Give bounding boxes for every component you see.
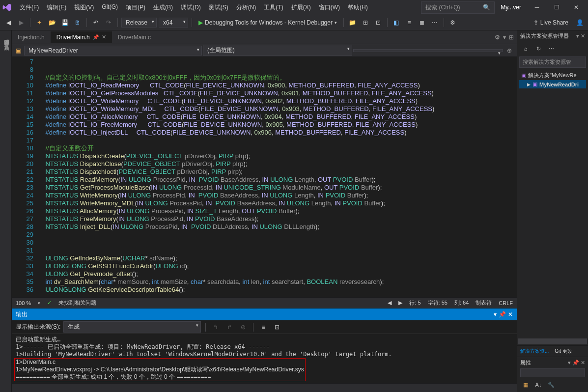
main-toolbar: ◀ ▶ ✦ 📂 💾 🗎 ↶ ↷ Release x64 ▶ Debugging … [0, 15, 588, 30]
output-pin-icon[interactable]: 📌 [499, 311, 506, 318]
tb-icon-2[interactable]: ⊞ [360, 17, 371, 28]
output-wrap-icon[interactable]: ≡ [258, 322, 269, 333]
props-pin-icon[interactable]: 📌 [572, 360, 579, 366]
code-editor[interactable]: 7891011121314151617181920212223242526272… [12, 57, 517, 297]
search-input[interactable]: 搜索 (Ctrl+Q) 🔍 [421, 1, 495, 14]
se-close-icon[interactable]: ✕ [581, 33, 585, 39]
save-button[interactable]: 💾 [59, 17, 70, 28]
scroll-thumb[interactable] [518, 338, 587, 344]
start-debug-button[interactable]: ▶ Debugging Tools for Windows - Kernel D… [196, 18, 340, 27]
output-toolbar: 显示输出来源(S): 生成 ↰ ↱ ⊘ ≡ ⊡ [12, 320, 517, 334]
props-close-icon[interactable]: ✕ [581, 360, 585, 366]
solution-root[interactable]: ▣ 解决方案"MyNewRe [519, 71, 586, 80]
tab-split-icon[interactable]: ⊞ [509, 34, 514, 41]
menu-扩展(X)[interactable]: 扩展(X) [287, 1, 315, 14]
se-more-icon[interactable]: ⋯ [546, 43, 557, 54]
menu-帮助(H)[interactable]: 帮助(H) [344, 1, 372, 14]
tabs-indicator[interactable]: 制表符 [476, 299, 492, 307]
issues-status[interactable]: 未找到相关问题 [58, 299, 96, 307]
col-indicator[interactable]: 列: 64 [454, 299, 469, 307]
tb-icon-5[interactable]: ≡ [404, 17, 415, 28]
tb-icon-1[interactable]: 📁 [347, 17, 358, 28]
eol-indicator[interactable]: CRLF [499, 300, 513, 306]
output-title-bar[interactable]: 输出 ▾ 📌 ✕ [12, 308, 517, 320]
output-source-combo[interactable]: 生成 [63, 321, 201, 333]
menu-视图(V)[interactable]: 视图(V) [70, 1, 98, 14]
zoom-level[interactable]: 100 % [16, 300, 31, 306]
props-dropdown-icon[interactable]: ▾ [568, 360, 571, 366]
tb-icon-6[interactable]: ≣ [417, 17, 427, 28]
tab-DriverMain.h[interactable]: DriverMain.h📌✕ [51, 31, 112, 43]
nav-back-button[interactable]: ◀ [3, 17, 14, 28]
tab-overflow-icon[interactable]: ⚙ [495, 34, 500, 41]
se-refresh-icon[interactable]: ↻ [533, 43, 544, 54]
platform-combo[interactable]: x64 [159, 18, 188, 28]
nav-type-combo[interactable]: (全局范围) [203, 45, 353, 56]
output-close-icon[interactable]: ✕ [508, 311, 513, 318]
split-vertical-icon[interactable]: ⊕ [504, 45, 515, 56]
nav-scope-combo[interactable]: MyNewReadDriver [24, 46, 202, 56]
open-button[interactable]: 📂 [47, 17, 57, 28]
tb-icon-3[interactable]: ⊡ [373, 17, 384, 28]
redo-button[interactable]: ↷ [103, 17, 114, 28]
nav-member-combo[interactable] [353, 49, 503, 52]
menu-项目(P)[interactable]: 项目(P) [122, 1, 149, 14]
live-share-button[interactable]: ⇪ Live Share [530, 17, 572, 28]
menu-分析(N)[interactable]: 分析(N) [232, 1, 260, 14]
menu-窗口(W)[interactable]: 窗口(W) [315, 1, 344, 14]
new-project-button[interactable]: ✦ [34, 17, 45, 28]
undo-button[interactable]: ↶ [90, 17, 101, 28]
menu-Git(G)[interactable]: Git(G) [98, 1, 122, 14]
navigation-bar: ▣ MyNewReadDriver (全局范围) ⊕ [12, 44, 517, 57]
check-icon: ✓ [47, 300, 52, 306]
maximize-button[interactable]: ☐ [547, 0, 566, 14]
menu-调试(D)[interactable]: 调试(D) [177, 1, 205, 14]
line-indicator[interactable]: 行: 5 [409, 299, 420, 307]
solution-tree[interactable]: ▣ 解决方案"MyNewRe ▶ ▣ MyNewReadDri [517, 69, 588, 337]
play-icon: ▶ [198, 19, 203, 26]
se-home-icon[interactable]: ⌂ [520, 43, 531, 54]
tab-git[interactable]: Git 更改 [552, 346, 575, 357]
tab-dropdown-icon[interactable]: ▾ [503, 34, 506, 41]
menu-测试(S)[interactable]: 测试(S) [205, 1, 232, 14]
char-indicator[interactable]: 字符: 55 [428, 299, 448, 307]
props-combo[interactable] [520, 368, 585, 377]
output-prev-icon[interactable]: ↰ [210, 322, 221, 333]
pin-icon[interactable]: 📌 [93, 34, 99, 40]
props-az-icon[interactable]: A↓ [533, 379, 544, 390]
props-wrench-icon[interactable]: 🔧 [546, 379, 557, 390]
solution-icon: ▣ [521, 72, 526, 79]
se-dropdown-icon[interactable]: ▾ [576, 33, 579, 39]
project-node[interactable]: ▶ ▣ MyNewReadDri [519, 80, 586, 88]
close-icon[interactable]: ✕ [102, 34, 106, 40]
tab-DriverMain.c[interactable]: DriverMain.c [112, 31, 157, 43]
tb-icon-8[interactable]: ⚙ [448, 17, 458, 28]
tb-icon-4[interactable]: ◧ [391, 17, 402, 28]
minimize-button[interactable]: ─ [527, 0, 547, 14]
vs-logo-icon [2, 2, 12, 12]
output-next-icon[interactable]: ↱ [224, 322, 235, 333]
config-combo[interactable]: Release [121, 18, 157, 28]
save-all-button[interactable]: 🗎 [72, 17, 83, 28]
nav-forward-button[interactable]: ▶ [16, 17, 27, 28]
output-text[interactable]: 已启动重新生成… 1>------ 已启动全部重新生成: 项目: MyNewRe… [12, 334, 517, 383]
account-button[interactable]: 👤 [574, 17, 585, 28]
solution-search[interactable]: 搜索解决方案资源管 [519, 56, 586, 68]
props-cat-icon[interactable]: ▦ [520, 379, 531, 390]
menu-编辑(E)[interactable]: 编辑(E) [43, 1, 70, 14]
solution-bottom-tabs: 解决方案资... Git 更改 [517, 345, 588, 357]
tab-solution[interactable]: 解决方案资... [517, 346, 552, 357]
output-dropdown-icon[interactable]: ▾ [494, 311, 497, 318]
menu-生成(B)[interactable]: 生成(B) [149, 1, 177, 14]
menu-文件(F)[interactable]: 文件(F) [16, 1, 43, 14]
solution-title[interactable]: 解决方案资源管理器 ▾✕ [517, 30, 588, 42]
close-button[interactable]: ✕ [566, 0, 586, 14]
tab-Injection.h[interactable]: Injection.h [12, 31, 51, 43]
menu-工具(T)[interactable]: 工具(T) [260, 1, 287, 14]
tb-icon-7[interactable]: ⋯ [429, 17, 440, 28]
bottom-tabs[interactable] [12, 383, 517, 392]
output-panel: 输出 ▾ 📌 ✕ 显示输出来源(S): 生成 ↰ ↱ ⊘ ≡ ⊡ 已启动重新生成… [12, 308, 517, 383]
output-tool-icon[interactable]: ⊡ [272, 322, 282, 333]
output-clear-icon[interactable]: ⊘ [238, 322, 249, 333]
left-tool-rail[interactable]: 服务器资源管理器 工具箱 [0, 30, 12, 392]
